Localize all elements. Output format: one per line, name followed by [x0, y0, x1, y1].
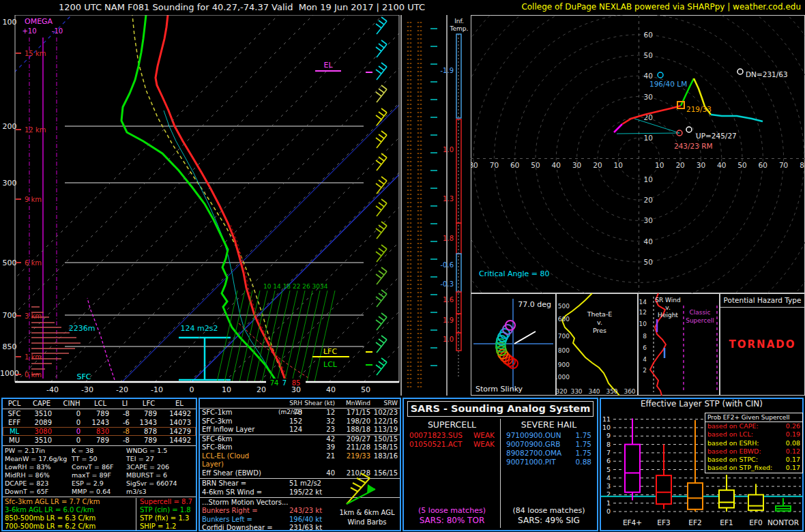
col-li: LI [115, 399, 135, 409]
sars-match-row: 01050521.ACTWEAK [404, 440, 500, 449]
bunkers-right-label: 243/23 RM [674, 142, 713, 150]
svg-text:9: 9 [606, 432, 611, 439]
svg-text:100: 100 [3, 18, 17, 27]
hodograph-grid: 1020304050607080102030405060708010203040… [471, 15, 805, 293]
omega-plus-label: +10 [22, 27, 36, 35]
svg-text:10: 10 [655, 161, 664, 169]
wind-barb-icon [376, 153, 387, 171]
kinematics-body: SFC-1km7812171/15102/23SFC-3km15232198/2… [200, 409, 400, 477]
svg-text:40: 40 [717, 161, 726, 169]
svg-text:6: 6 [643, 344, 647, 351]
storm-slinky-panel: 77.0 deg Storm Slinky [471, 293, 556, 396]
slinky-motion-line [514, 331, 536, 344]
wind-barb-icon [376, 177, 387, 194]
svg-text:2: 2 [643, 367, 647, 374]
index-row: 3-6km AGL LR = 6.0 C/km [5, 506, 136, 514]
svg-text:10: 10 [644, 175, 653, 183]
col-cape: CAPE [26, 399, 57, 409]
sars-supercell-header: SUPERCELL [404, 419, 500, 430]
wind-barb-icon [376, 17, 387, 34]
parcel-table-header: PCL CAPE CINH LCL LI LFC EL [3, 399, 196, 409]
svg-text:10: 10 [222, 385, 231, 394]
wind-barb-icon [376, 245, 387, 262]
hodograph-panel: 1020304050607080102030405060708010203040… [471, 15, 805, 293]
svg-text:1.9: 1.9 [443, 316, 454, 324]
svg-text:50: 50 [737, 161, 746, 169]
wind-barb-icon [376, 131, 387, 148]
srwind-axes: 1412108642 [639, 299, 647, 374]
skewt-panel: -40-30-20-100102030405010020030050070085… [0, 15, 402, 397]
stp-box [748, 494, 763, 510]
svg-text:10: 10 [644, 134, 653, 142]
svg-text:60: 60 [510, 161, 519, 169]
sounding-title: 1200 UTC NAM F081 Sounding for 40.27,-74… [59, 2, 425, 12]
svg-text:30: 30 [572, 161, 581, 169]
svg-text:350: 350 [606, 388, 617, 395]
svg-text:20: 20 [257, 385, 266, 394]
svg-text:4: 4 [606, 474, 611, 482]
svg-text:500: 500 [558, 303, 570, 310]
thetae-title-3: Pres [593, 327, 606, 334]
srwind-trace [650, 293, 666, 396]
svg-text:EF3: EF3 [657, 518, 670, 527]
svg-text:80: 80 [800, 161, 805, 169]
svg-text:20: 20 [644, 196, 653, 204]
sars-hail-column: SEVERE HAIL 97100900.OUN1.7590070900.GRB… [500, 419, 597, 528]
sars-match-row: 90070900.GRB1.75 [501, 440, 597, 449]
svg-text:NONTOR: NONTOR [767, 518, 799, 527]
svg-text:10: 10 [614, 161, 623, 169]
wind-barb-1km-icon [347, 473, 370, 504]
sars-panel: SARS - Sounding Analog System SUPERCELL … [402, 398, 598, 531]
stp-legend-title: Prob EF2+ Given Supercell [705, 413, 802, 422]
sars-supercell-footer: (5 loose matches) SARS: 80% TOR [404, 506, 500, 525]
svg-text:600: 600 [558, 316, 570, 323]
thermo-indices: PW = 2.17inMeanW = 17.6g/kg LowRH = 83%M… [3, 447, 196, 496]
corfidi-upshear-marker [686, 127, 692, 132]
svg-text:4: 4 [643, 356, 647, 363]
stp-box [688, 483, 703, 509]
svg-text:-0.6: -0.6 [440, 261, 454, 269]
svg-text:700: 700 [558, 333, 570, 340]
svg-text:7: 7 [606, 449, 611, 456]
svg-text:1 km: 1 km [25, 353, 42, 361]
svg-text:30: 30 [644, 93, 653, 101]
wind-barb-inset: 1km & 6km AGL Wind Barbs [336, 471, 398, 529]
svg-text:1000: 1000 [0, 369, 19, 378]
wind-barb-icon [376, 290, 387, 307]
col-el: EL [162, 399, 196, 409]
classic-supercell-label-2: Supercell [686, 317, 714, 324]
sars-match-row: 89082700.OMA1.75 [501, 449, 597, 458]
svg-text:30: 30 [697, 161, 705, 169]
title-bar: 1200 UTC NAM F081 Sounding for 40.27,-74… [0, 0, 805, 15]
svg-text:-10: -10 [151, 385, 163, 394]
index-row: SHIP = 1.2 [140, 522, 196, 531]
svg-text:-30: -30 [81, 385, 93, 394]
svg-text:50: 50 [361, 385, 370, 394]
thermo-col1: PW = 2.17inMeanW = 17.6g/kg LowRH = 83%M… [5, 447, 72, 496]
col-lfc: LFC [135, 399, 162, 409]
index-row: 850-500mb LR = 6.3 C/km [5, 514, 136, 522]
svg-text:500: 500 [3, 258, 17, 267]
stp-legend-row: based on LCL:0.19 [705, 430, 802, 439]
stp-legend-row: based on EBWD:0.12 [705, 447, 802, 456]
svg-text:900: 900 [558, 361, 570, 368]
stp-legend-rows: based on CAPE:0.26based on LCL:0.19based… [705, 422, 802, 473]
svg-text:70: 70 [779, 161, 788, 169]
svg-text:30: 30 [644, 216, 653, 224]
index-row: STP (fix) = 1.3 [140, 514, 196, 522]
stp-legend-row: based on CAPE:0.26 [705, 422, 802, 430]
svg-text:60: 60 [759, 161, 767, 169]
wind-barb-icon [376, 63, 387, 80]
thetae-title-2: v. [597, 319, 602, 326]
svg-text:6: 6 [606, 457, 611, 464]
composite-index-list: Supercell = 8.7STP (cin) = 1.8STP (fix) … [136, 498, 196, 531]
svg-text:1.0: 1.0 [443, 146, 454, 153]
corfidi-downshear-marker [737, 69, 743, 74]
hazard-panel: Potential Hazard Type TORNADO [720, 293, 805, 396]
index-row: Sfc-3km AGL LR = 7.7 C/km [5, 498, 136, 506]
critical-angle-label: Critical Angle = 80 [479, 269, 549, 278]
svg-text:3 km: 3 km [25, 312, 42, 320]
svg-text:12 km: 12 km [25, 126, 46, 134]
svg-text:6 km: 6 km [25, 259, 42, 267]
svg-text:1000: 1000 [556, 374, 570, 381]
